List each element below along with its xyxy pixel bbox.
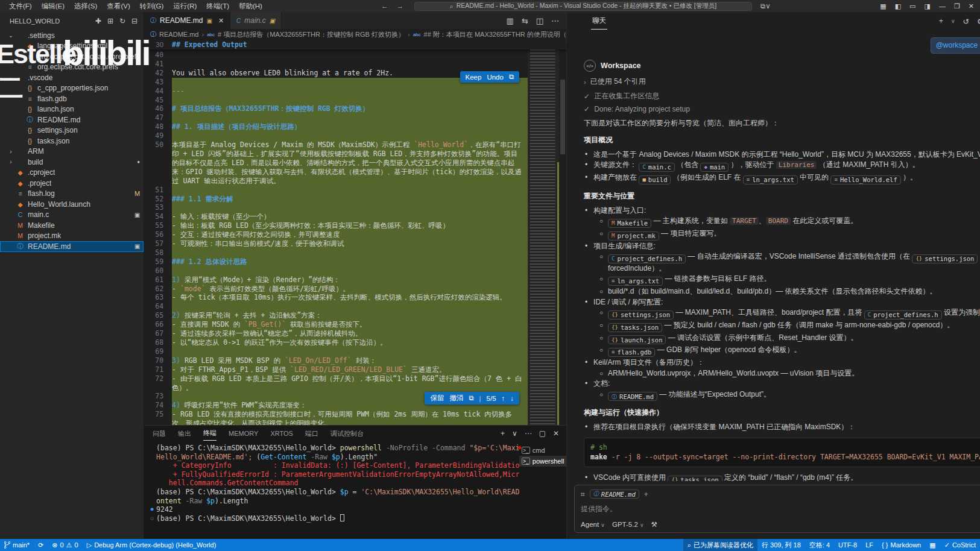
menu-运[interactable]: 运行(R): [169, 1, 201, 11]
menu-转[interactable]: 转到(G): [136, 1, 168, 11]
chat-code-block[interactable]: # shmake -r -j 8 --output-sync=target --…: [584, 438, 980, 467]
file-chip-settings.json[interactable]: {}settings.json: [912, 254, 978, 263]
add-context-icon[interactable]: +: [644, 490, 648, 499]
command-center-search[interactable]: ⌕ README.md - Hello_World - Maxim - Visu…: [414, 2, 752, 11]
close-tab-icon[interactable]: ✕: [218, 17, 224, 25]
terminal[interactable]: (base) PS C:\MaximSDK\MAX32655\Hello_Wor…: [144, 441, 519, 539]
tab-chat[interactable]: 聊天: [591, 13, 607, 30]
menu-编[interactable]: 编辑(E): [37, 1, 69, 11]
explorer-item-launch.json[interactable]: {}launch.json: [0, 104, 144, 115]
editor-line[interactable]: 75- RGB LED 没有直接的模拟亮度控制接口时，可用短周期 PWM（例如 …: [144, 410, 528, 425]
menu-帮[interactable]: 帮助(H): [235, 1, 267, 11]
file-chip-ln_args.txt[interactable]: ≡ln_args.txt: [608, 277, 663, 286]
editor-line[interactable]: 66- 直接调用 MSDK 的 `PB_Get()` 获取当前按键是否按下。: [144, 320, 528, 329]
split-editor-icon[interactable]: ◫: [536, 16, 543, 25]
new-folder-icon[interactable]: ⊞: [107, 17, 113, 25]
attached-file-chip[interactable]: ⓘ README.md: [590, 490, 639, 499]
menu-文[interactable]: 文件(F): [5, 1, 36, 11]
menu-查[interactable]: 查看(V): [103, 1, 134, 11]
menu-选[interactable]: 选择(S): [70, 1, 101, 11]
terminal-session-powershell[interactable]: >_powershell: [519, 456, 566, 467]
editor-line[interactable]: 59### 1.2 总体设计思路: [144, 257, 528, 266]
branch-indicator[interactable]: main*: [0, 539, 34, 551]
explorer-item-flash.gdb[interactable]: ≡flash.gdb: [0, 93, 144, 104]
editor-line[interactable]: 48## 1. 项目描述（项目介绍与设计思路）: [144, 122, 528, 131]
explorer-item-org.eclipse.cdt.core.prefs[interactable]: ≡org.eclipse.cdt.core.prefs: [0, 62, 144, 73]
editor-content[interactable]: 40 41 42You will also observe LED0 blink…: [144, 49, 566, 425]
editor-line[interactable]: 71- 对于 FTHR_Apps_P1，BSP 提供 `LED_RED/LED_…: [144, 365, 528, 374]
minimap[interactable]: [528, 49, 559, 425]
explorer-item-Hello_World.launch[interactable]: ◆Hello_World.launch: [0, 199, 144, 210]
editor-line[interactable]: 40: [144, 51, 528, 60]
new-terminal-icon[interactable]: +: [501, 429, 505, 438]
editor-line[interactable]: 60: [144, 266, 528, 276]
explorer-item-tasks.json[interactable]: {}tasks.json: [0, 136, 144, 146]
keep-button[interactable]: Keep: [466, 74, 482, 81]
file-chip-README.md[interactable]: ⓘREADME.md: [608, 392, 657, 401]
menu-终[interactable]: 终端(T): [202, 1, 233, 11]
explorer-item-.vscode[interactable]: ⌄.vscode: [0, 72, 144, 83]
editor-line[interactable]: 55- 输出：板载 RGB LED（至少实现两种灯效；本项目实现三种：颜色循环、…: [144, 221, 528, 230]
file-chip-flash.gdb[interactable]: ≡flash.gdb: [608, 348, 655, 357]
explorer-item-README.md[interactable]: ⓘREADME.md: [0, 115, 144, 125]
file-chip-tasks.json[interactable]: {}tasks.json: [668, 476, 722, 482]
toggle-sidebar-icon[interactable]: ◧: [895, 2, 901, 10]
editor-line[interactable]: 41: [144, 60, 528, 69]
gear-icon[interactable]: ⚙: [977, 17, 980, 26]
terminal-dropdown-icon[interactable]: ∨: [512, 429, 517, 438]
explorer-item-.cproject[interactable]: ◆.cproject: [0, 168, 144, 178]
chat-history-icon[interactable]: ↺: [963, 17, 969, 26]
nav-forward-icon[interactable]: →: [396, 2, 403, 10]
chat-conversation[interactable]: @workspace 分析这个项 </>Workspace›已使用 54 个引用…: [567, 30, 980, 481]
file-chip-ln_args.txt[interactable]: ≡ln_args.txt: [743, 175, 798, 184]
close-panel-icon[interactable]: ✕: [553, 429, 559, 438]
sticky-scroll-line[interactable]: 30 ## Expected Output: [144, 40, 566, 49]
explorer-item-Makefile[interactable]: MMakefile: [0, 220, 144, 231]
editor-line[interactable]: 50本项目基于 Analog Devices / Maxim 的 MSDK（Ma…: [144, 140, 528, 186]
panel-tab-端口[interactable]: 端口: [305, 427, 318, 441]
nav-back-icon[interactable]: ←: [381, 2, 388, 10]
toggle-panel-icon[interactable]: ▭: [909, 2, 915, 10]
editor-line[interactable]: 72- 由于板载 RGB LED 本质上是三路 GPIO 控制（开/关），本项目…: [144, 374, 528, 392]
window-restore-icon[interactable]: ❐: [954, 2, 960, 10]
diff-prev-icon[interactable]: ↑: [502, 395, 505, 402]
breadcrumb-file[interactable]: README.md: [159, 31, 198, 38]
editor-line[interactable]: 67- 通过连续多次采样一致确认“稳定态”，从而滤掉机械抖动。: [144, 329, 528, 338]
problems-indicator[interactable]: ⊗ 0 ⚠ 0: [48, 539, 82, 551]
panel-tab-调试控制台[interactable]: 调试控制台: [330, 427, 364, 441]
breadcrumb-symbol-2[interactable]: ## 附：本项目在 MAX32655FTHR 的使用说明（简要）: [424, 30, 567, 39]
explorer-item-build[interactable]: ›build●: [0, 157, 144, 168]
undo-button[interactable]: Undo: [487, 74, 504, 81]
toggle-secondary-sidebar-icon[interactable]: ◨: [925, 2, 931, 10]
indentation-setting[interactable]: 空格: 4: [805, 539, 834, 551]
file-chip-tasks.json[interactable]: {}tasks.json: [608, 323, 662, 332]
diff-next-icon[interactable]: ↓: [510, 395, 514, 402]
explorer-item-c_cpp_properties.json[interactable]: {}c_cpp_properties.json: [0, 83, 144, 94]
agent-mode-dropdown[interactable]: Agent ∨: [581, 521, 605, 528]
eol-setting[interactable]: LF: [861, 539, 877, 551]
new-chat-icon[interactable]: +: [939, 17, 943, 25]
editor-line[interactable]: 45: [144, 96, 528, 105]
file-chip-project_defines.h[interactable]: Cproject_defines.h: [608, 254, 686, 263]
layout-panels-icon[interactable]: ▦: [880, 2, 886, 10]
explorer-item-settings.json[interactable]: {}settings.json: [0, 125, 144, 136]
file-chip-build[interactable]: ■build: [639, 175, 671, 184]
explorer-item-README.md[interactable]: ⓘREADME.md▣: [0, 241, 144, 252]
editor-line[interactable]: 44---: [144, 87, 528, 96]
copy-to-file-icon[interactable]: ⧉: [509, 73, 514, 81]
editor-line[interactable]: 62- `mode` 表示当前灯效类型（颜色循环/彩虹/呼吸）。: [144, 285, 528, 294]
editor-line[interactable]: 69: [144, 347, 528, 356]
open-preview-icon[interactable]: ▥: [507, 16, 514, 25]
editor-line[interactable]: 703) RGB LED 采用 MSDK BSP 的 `LED_On/LED_O…: [144, 356, 528, 365]
breadcrumb[interactable]: ⓘ README.md › abc # 项目总结报告（MAX32655FTHR：…: [144, 29, 566, 40]
file-chip-Hello_World.elf[interactable]: ≡Hello_World.elf: [830, 175, 900, 184]
file-chip-main.c[interactable]: Cmain.c: [639, 163, 674, 172]
file-chip-project_defines.h[interactable]: Cproject_defines.h: [864, 310, 942, 320]
maximize-panel-icon[interactable]: ▢: [539, 429, 546, 438]
more-actions-icon[interactable]: ⋯: [551, 16, 559, 25]
encoding-setting[interactable]: UTF-8: [834, 539, 861, 551]
tab-README.md[interactable]: ⓘREADME.md▣✕: [144, 12, 230, 29]
copy-to-file-icon[interactable]: ⧉: [469, 394, 473, 402]
file-chip-Makefile[interactable]: MMakefile: [608, 219, 651, 228]
explorer-item-language.settings.xml[interactable]: ◆language.settings.xml: [0, 41, 144, 52]
